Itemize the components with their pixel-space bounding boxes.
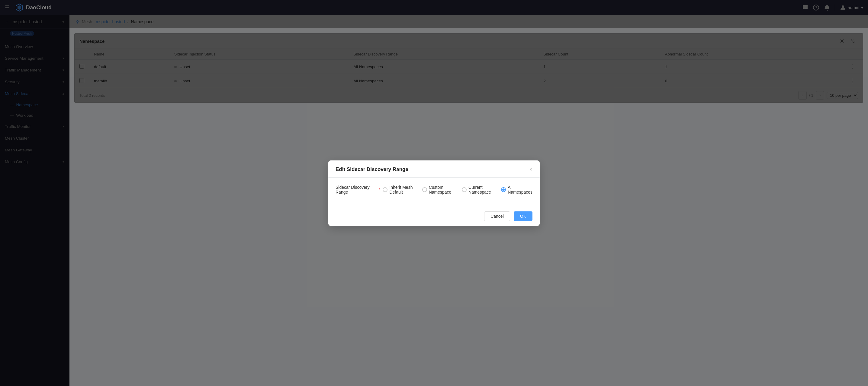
radio-circle-inherit <box>383 187 388 192</box>
radio-circle-custom <box>422 187 427 192</box>
required-marker: * <box>379 187 380 192</box>
discovery-range-field: Sidecar Discovery Range * Inherit Mesh D… <box>336 185 532 195</box>
modal-close-btn[interactable]: × <box>529 167 532 172</box>
radio-circle-current <box>462 187 467 192</box>
modal-title: Edit Sidecar Discovery Range <box>336 167 529 173</box>
radio-label-inherit: Inherit Mesh Default <box>389 185 416 195</box>
cancel-button[interactable]: Cancel <box>484 211 510 221</box>
radio-all[interactable]: All Namespaces <box>501 185 532 195</box>
modal-header: Edit Sidecar Discovery Range × <box>328 161 540 178</box>
modal-footer: Cancel OK <box>328 207 540 226</box>
discovery-range-radio-group: Inherit Mesh Default Custom Namespace Cu… <box>383 185 532 195</box>
ok-button[interactable]: OK <box>514 211 532 221</box>
modal-body: Sidecar Discovery Range * Inherit Mesh D… <box>328 178 540 207</box>
radio-current[interactable]: Current Namespace <box>462 185 495 195</box>
radio-label-current: Current Namespace <box>468 185 495 195</box>
radio-label-all: All Namespaces <box>508 185 532 195</box>
radio-label-custom: Custom Namespace <box>429 185 456 195</box>
field-label: Sidecar Discovery Range <box>336 185 373 195</box>
modal-overlay[interactable]: Edit Sidecar Discovery Range × Sidecar D… <box>0 0 868 386</box>
edit-sidecar-modal: Edit Sidecar Discovery Range × Sidecar D… <box>328 161 540 226</box>
radio-circle-all <box>501 187 506 192</box>
radio-custom[interactable]: Custom Namespace <box>422 185 456 195</box>
radio-inherit[interactable]: Inherit Mesh Default <box>383 185 416 195</box>
